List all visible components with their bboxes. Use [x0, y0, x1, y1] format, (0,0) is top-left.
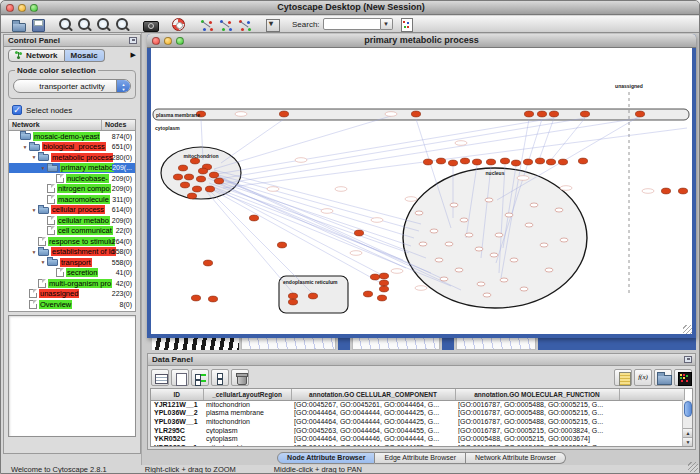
- expand-triangle-icon[interactable]: ▼: [30, 249, 38, 255]
- network-node[interactable]: [477, 282, 485, 286]
- background-window-fragment[interactable]: [442, 338, 454, 350]
- expand-triangle-icon[interactable]: ▼: [30, 154, 38, 160]
- network-node-selected[interactable]: [486, 159, 495, 165]
- network-node-selected[interactable]: [209, 172, 218, 178]
- network-node-selected[interactable]: [535, 158, 544, 164]
- network-edge[interactable]: [213, 190, 381, 283]
- network-node-selected[interactable]: [279, 111, 288, 117]
- tree-column-nodes[interactable]: Nodes: [102, 120, 135, 130]
- expand-triangle-icon[interactable]: ▼: [39, 259, 47, 265]
- snapshot-icon[interactable]: [142, 17, 159, 32]
- network-edge[interactable]: [217, 118, 554, 174]
- network-node-selected[interactable]: [288, 299, 297, 305]
- table-row[interactable]: YKR052Ccytoplasm[GO:0044464, GO:0044446,…: [151, 434, 684, 443]
- network-node[interactable]: [485, 198, 493, 202]
- attribute-editor-icon[interactable]: [614, 369, 632, 386]
- tab-network[interactable]: Network: [8, 49, 65, 62]
- network-tree-item[interactable]: ▼cellular process614(0): [9, 205, 135, 216]
- table-column-header[interactable]: annotation.GO CELLULAR_COMPONENT: [291, 389, 455, 400]
- tab-edge-attribute-browser[interactable]: Edge Attribute Browser: [375, 452, 466, 464]
- destroy-network-icon[interactable]: [236, 17, 253, 32]
- table-column-header[interactable]: annotation.GO MOLECULAR_FUNCTION: [455, 389, 619, 400]
- network-node[interactable]: [505, 213, 513, 217]
- network-node[interactable]: [445, 242, 453, 246]
- configure-search-icon[interactable]: [398, 17, 415, 32]
- network-edge[interactable]: [221, 119, 284, 163]
- search-dropdown-icon[interactable]: ▼: [381, 18, 393, 30]
- network-node-selected[interactable]: [558, 159, 567, 165]
- table-column-header[interactable]: [619, 389, 684, 400]
- float-data-panel-icon[interactable]: [684, 356, 692, 363]
- table-scrollbar[interactable]: ▲ ▼: [682, 400, 692, 446]
- network-node-selected[interactable]: [249, 215, 258, 221]
- network-node-selected[interactable]: [205, 186, 214, 192]
- tab-node-attribute-browser[interactable]: Node Attribute Browser: [277, 452, 375, 464]
- table-row[interactable]: YJR121W__1mitochondrion[GO:0045267, GO:0…: [151, 400, 684, 409]
- network-node-selected[interactable]: [184, 174, 193, 180]
- network-node[interactable]: [465, 233, 473, 237]
- zoom-in-icon[interactable]: +: [76, 17, 93, 32]
- network-node-selected[interactable]: [580, 111, 589, 117]
- annotation-icon[interactable]: [264, 17, 281, 32]
- background-window-fragment[interactable]: [241, 338, 336, 350]
- network-node[interactable]: [500, 278, 508, 282]
- network-node-selected[interactable]: [180, 182, 189, 188]
- background-window-fragment[interactable]: [152, 338, 239, 350]
- network-edge[interactable]: [216, 183, 431, 273]
- network-node-selected[interactable]: [423, 159, 432, 165]
- network-tree-item[interactable]: cellular metabo209(0): [9, 215, 135, 226]
- view-resize-grip[interactable]: [683, 325, 692, 334]
- table-row[interactable]: YPL036W__2plasma membrane[GO:0044464, GO…: [151, 409, 684, 418]
- network-tree-item[interactable]: ▼primary metabo209(...: [9, 163, 135, 174]
- network-node[interactable]: [520, 287, 528, 291]
- network-node-selected[interactable]: [448, 160, 457, 166]
- network-node-selected[interactable]: [379, 280, 388, 286]
- network-node-selected[interactable]: [196, 176, 205, 182]
- window-resize-grip[interactable]: [688, 462, 698, 472]
- background-window-fragment[interactable]: [538, 338, 696, 350]
- network-edge[interactable]: [208, 178, 406, 268]
- network-node-selected[interactable]: [500, 158, 509, 164]
- network-node[interactable]: [455, 268, 463, 272]
- network-node-selected[interactable]: [635, 111, 644, 117]
- network-tree-item[interactable]: secretion41(0): [9, 268, 135, 279]
- zoom-out-icon[interactable]: -: [57, 17, 74, 32]
- table-column-header[interactable]: _cellularLayoutRegion: [203, 389, 291, 400]
- formula-builder-icon[interactable]: f(x): [634, 369, 652, 386]
- network-tree-item[interactable]: unassigned223(0): [9, 289, 135, 300]
- network-node-selected[interactable]: [187, 193, 196, 199]
- expand-triangle-icon[interactable]: ▼: [39, 165, 47, 171]
- network-node-selected[interactable]: [537, 111, 546, 117]
- network-node[interactable]: [460, 218, 468, 222]
- table-column-header[interactable]: ID: [151, 389, 203, 400]
- network-tree-item[interactable]: nucleobase-209(0): [9, 173, 135, 184]
- tab-mosaic[interactable]: Mosaic: [65, 49, 105, 62]
- network-node-selected[interactable]: [277, 242, 286, 248]
- background-window-fragment[interactable]: [352, 338, 440, 350]
- network-node[interactable]: [483, 293, 491, 297]
- network-node-selected[interactable]: [192, 186, 201, 192]
- network-node-selected[interactable]: [173, 174, 182, 180]
- open-session-icon[interactable]: [10, 17, 27, 32]
- background-window-fragment[interactable]: [338, 338, 350, 350]
- attribute-table-icon[interactable]: [151, 369, 169, 386]
- network-node[interactable]: [540, 243, 548, 247]
- matrix-view-icon[interactable]: [674, 369, 692, 386]
- network-node[interactable]: [510, 258, 518, 262]
- network-node-selected[interactable]: [354, 230, 363, 236]
- network-node-selected[interactable]: [411, 111, 420, 117]
- network-tree-item[interactable]: Overview8(0): [9, 299, 135, 310]
- network-node[interactable]: [450, 203, 458, 207]
- plasma-membrane-compartment[interactable]: [153, 109, 689, 120]
- network-edge[interactable]: [214, 170, 421, 224]
- network-node-selected[interactable]: [546, 159, 555, 165]
- network-node-selected[interactable]: [379, 273, 388, 279]
- tab-overflow-arrow-icon[interactable]: ▶: [131, 51, 136, 59]
- save-session-icon[interactable]: [29, 17, 46, 32]
- search-input[interactable]: [323, 18, 381, 30]
- node-color-dropdown[interactable]: transporter activity ▲▼: [13, 79, 131, 93]
- network-node[interactable]: [530, 203, 538, 207]
- new-network-from-selected-nodes-icon[interactable]: [217, 17, 234, 32]
- network-node-selected[interactable]: [308, 293, 317, 299]
- tree-column-network[interactable]: Network: [9, 120, 102, 130]
